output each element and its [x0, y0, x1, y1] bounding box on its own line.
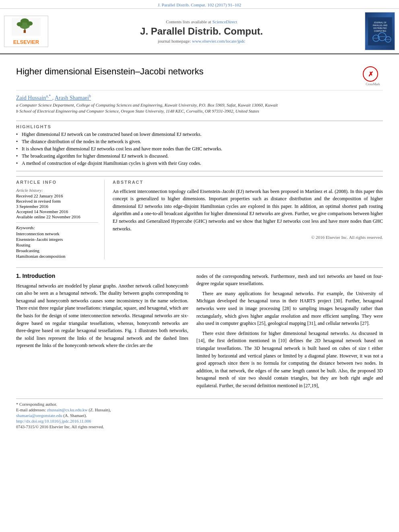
affiliation-a: a Computer Science Department, College o…: [16, 103, 383, 107]
publisher-logo-left: ELSEVIER: [4, 16, 48, 47]
issn-line: 0743-7315/© 2016 Elsevier Inc. All right…: [16, 425, 383, 429]
abstract-text: An efficient interconnection topology ca…: [113, 188, 383, 233]
crossmark-section: ✗ CrossMark: [363, 66, 383, 86]
keyword-item: Hamiltonian decomposition: [16, 254, 98, 259]
journal-header: ELSEVIER Contents lists available at Sci…: [0, 9, 399, 54]
journal-cover-graphic: JOURNAL OF PARALLEL AND DISTRIBUTED COMP…: [368, 17, 392, 45]
introduction-text-left: Hexagonal networks are modeled by planar…: [16, 282, 188, 349]
sciencedirect-link[interactable]: ScienceDirect: [212, 19, 237, 24]
journal-name-heading: J. Parallel Distrib. Comput.: [56, 26, 347, 37]
svg-rect-6: [24, 30, 26, 33]
doi-line: http://dx.doi.org/10.1016/j.jpdc.2016.11…: [16, 419, 383, 423]
paper-title: Higher dimensional Eisenstein–Jacobi net…: [16, 66, 363, 77]
intro-para-4: There exist three definitions for higher…: [196, 330, 383, 390]
available-date: Available online 22 November 2016: [16, 214, 98, 219]
keywords-label: Keywords:: [16, 225, 98, 230]
svg-text:DISTRIBUTED: DISTRIBUTED: [373, 27, 387, 29]
author1-email-link[interactable]: zhussain@cs.ku.edu.kw: [47, 408, 88, 412]
article-info-column: ARTICLE INFO Article history: Received 2…: [16, 180, 105, 259]
revised-label: Received in revised form: [16, 199, 98, 203]
history-label: Article history:: [16, 188, 98, 193]
journal-homepage-line: journal homepage: www.elsevier.com/locat…: [56, 39, 347, 43]
info-abstract-section: ARTICLE INFO Article history: Received 2…: [16, 176, 383, 259]
received-date: Received 22 January 2016: [16, 193, 98, 198]
footnote-section: * Corresponding author. E-mail addresses…: [16, 398, 383, 429]
svg-point-5: [27, 21, 33, 26]
journal-header-center: Contents lists available at ScienceDirec…: [48, 19, 355, 43]
intro-para-2: nodes of the corresponding network. Furt…: [196, 273, 383, 288]
svg-text:COMPUTING: COMPUTING: [374, 30, 386, 32]
journal-homepage-link[interactable]: www.elsevier.com/locate/jpdc: [192, 39, 245, 43]
intro-para-3: There are many applications for hexagona…: [196, 290, 383, 327]
keyword-item: Interconnection network: [16, 231, 98, 236]
main-content-area: Higher dimensional Eisenstein–Jacobi net…: [0, 54, 399, 436]
author1-link[interactable]: Zaid Hussaina,*: [16, 95, 52, 101]
list-item: The broadcasting algorithm for higher di…: [16, 153, 383, 159]
paper-title-section: Higher dimensional Eisenstein–Jacobi net…: [16, 60, 383, 90]
elsevier-tree-icon: [10, 18, 42, 36]
svg-text:JOURNAL OF: JOURNAL OF: [374, 21, 386, 24]
keyword-item: Broadcasting: [16, 248, 98, 253]
journal-citation-bar: J. Parallel Distrib. Comput. 102 (2017) …: [0, 0, 399, 9]
author2-email-link[interactable]: shamaeia@oregonstate.edu: [16, 413, 62, 418]
body-section: 1. Introduction Hexagonal networks are m…: [16, 267, 383, 392]
highlights-title: HIGHLIGHTS: [16, 124, 383, 129]
email-note-2: shamaeia@oregonstate.edu (A. Shamaei).: [16, 413, 383, 418]
authors-line: Zaid Hussaina,* , Arash Shamaeib: [16, 94, 383, 101]
introduction-text-right: nodes of the corresponding network. Furt…: [196, 273, 383, 390]
abstract-title: ABSTRACT: [113, 180, 383, 185]
doi-link[interactable]: http://dx.doi.org/10.1016/j.jpdc.2016.11…: [16, 419, 91, 423]
body-column-left: 1. Introduction Hexagonal networks are m…: [16, 273, 188, 392]
copyright-line: © 2016 Elsevier Inc. All rights reserved…: [113, 235, 383, 240]
journal-citation-text: J. Parallel Distrib. Comput. 102 (2017) …: [158, 2, 241, 7]
article-history: Article history: Received 22 January 201…: [16, 188, 98, 219]
article-info-title: ARTICLE INFO: [16, 180, 98, 185]
highlights-section: HIGHLIGHTS Higher dimensional EJ network…: [16, 121, 383, 171]
sciencedirect-line: Contents lists available at ScienceDirec…: [56, 19, 347, 24]
highlights-list: Higher dimensional EJ network can be con…: [16, 131, 383, 166]
elsevier-wordmark: ELSEVIER: [6, 39, 46, 45]
crossmark-badge[interactable]: ✗: [363, 66, 378, 82]
email-note: E-mail addresses: zhussain@cs.ku.edu.kw …: [16, 408, 383, 412]
affiliation-b: b School of Electrical Engineering and C…: [16, 109, 383, 113]
list-item: Higher dimensional EJ network can be con…: [16, 131, 383, 138]
introduction-heading: 1. Introduction: [16, 273, 188, 279]
divider: [16, 222, 98, 223]
journal-cover-image: JOURNAL OF PARALLEL AND DISTRIBUTED COMP…: [355, 12, 395, 50]
revised-date: 3 September 2016: [16, 204, 98, 209]
abstract-section: ABSTRACT An efficient interconnection to…: [105, 180, 383, 259]
svg-text:PARALLEL AND: PARALLEL AND: [372, 24, 387, 27]
keywords-section: Keywords: Interconnection network Eisens…: [16, 225, 98, 259]
crossmark-label: CrossMark: [363, 82, 383, 86]
keyword-item: Eisenstein–Jacobi integers: [16, 237, 98, 242]
journal-cover-thumbnail: JOURNAL OF PARALLEL AND DISTRIBUTED COMP…: [365, 12, 395, 50]
intro-para-1: Hexagonal networks are modeled by planar…: [16, 282, 188, 349]
author2-link[interactable]: Arash Shamaeib: [55, 95, 91, 101]
keyword-item: Routing: [16, 242, 98, 247]
list-item: It is shown that higher dimensional EJ n…: [16, 146, 383, 152]
accepted-date: Accepted 14 November 2016: [16, 209, 98, 214]
body-column-right: nodes of the corresponding network. Furt…: [196, 273, 383, 392]
corresponding-author-note: * Corresponding author.: [16, 402, 383, 407]
list-item: A method of construction of edge disjoin…: [16, 160, 383, 166]
list-item: The distance distribution of the nodes i…: [16, 139, 383, 145]
svg-point-4: [17, 22, 23, 26]
authors-section: Zaid Hussaina,* , Arash Shamaeib a Compu…: [16, 90, 383, 116]
